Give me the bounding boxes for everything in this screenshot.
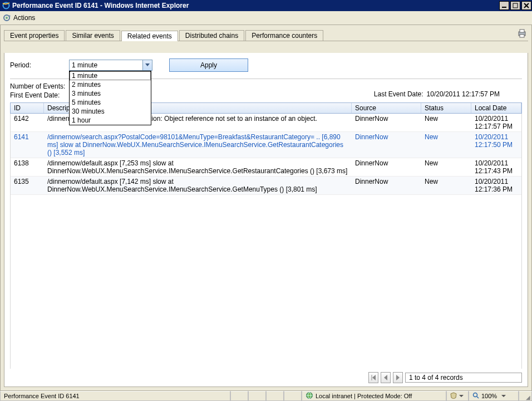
- period-dropdown[interactable]: 1 minute 2 minutes 3 minutes 5 minutes 3…: [69, 71, 151, 125]
- pager-first-button[interactable]: [368, 372, 378, 383]
- period-option[interactable]: 30 minutes: [70, 107, 151, 116]
- status-gap: [284, 391, 302, 401]
- resize-grip[interactable]: ◢: [519, 391, 532, 401]
- grip-icon: ◢: [526, 396, 530, 399]
- chevron-down-icon: [501, 395, 506, 397]
- grid-body: 6142/dinnernow... .NullReferenceExceptio…: [10, 114, 522, 369]
- actions-bar: Actions: [0, 11, 532, 25]
- cell-local-date: 10/20/201112:17:57 PM: [471, 114, 521, 131]
- cell-source: DinnerNow: [352, 177, 421, 187]
- table-row[interactable]: 6138/dinnernow/default.aspx [7,253 ms] s…: [11, 158, 521, 177]
- cell-source: DinnerNow: [352, 158, 421, 168]
- last-event-date-value: 10/20/2011 12:17:57 PM: [427, 90, 500, 98]
- print-icon[interactable]: [517, 28, 527, 40]
- col-stat-header[interactable]: Status: [421, 103, 471, 113]
- statusbar: Performance Event ID 6141 Local intranet…: [0, 391, 532, 401]
- ie-icon: [2, 2, 10, 9]
- close-button[interactable]: [521, 1, 531, 10]
- pager-text-value: 1 to 4 of 4 records: [409, 374, 463, 382]
- shield-icon: [450, 392, 457, 400]
- status-zoom-text: 100%: [481, 393, 497, 399]
- cell-local-date: 10/20/201112:17:50 PM: [471, 132, 521, 150]
- filter-row: Period: 1 minute 1 minute 2 minutes 3 mi…: [10, 58, 522, 72]
- cell-id: 6142: [11, 114, 44, 124]
- period-combo[interactable]: 1 minute: [69, 60, 152, 71]
- cell-local-date: 10/20/201112:17:43 PM: [471, 158, 521, 176]
- tab-label: Distributed chains: [185, 32, 238, 40]
- status-gap: [248, 391, 266, 401]
- chevron-down-icon: [459, 395, 464, 397]
- table-row[interactable]: 6141/dinnernow/search.aspx?PostalCode=98…: [11, 132, 521, 158]
- window-title: Performance Event ID 6141 - Windows Inte…: [12, 2, 189, 9]
- status-page-title-text: Performance Event ID 6141: [4, 393, 80, 399]
- cell-status: New: [421, 177, 471, 187]
- gear-refresh-icon: [2, 13, 11, 22]
- last-event-date-label: Last Event Date:: [374, 90, 423, 98]
- magnify-icon: [472, 392, 479, 400]
- events-grid: ID Descripti Source Status Local Date 61…: [10, 102, 522, 369]
- cell-id: 6135: [11, 177, 44, 187]
- period-option[interactable]: 2 minutes: [70, 80, 151, 89]
- status-zone-text: Local intranet | Protected Mode: Off: [316, 393, 412, 399]
- cell-id: 6141: [11, 132, 44, 142]
- status-security-zone[interactable]: Local intranet | Protected Mode: Off: [302, 391, 446, 401]
- status-protected-toggle[interactable]: [446, 391, 469, 401]
- cell-status: New: [421, 132, 471, 142]
- maximize-button[interactable]: [510, 1, 520, 10]
- pager-text: 1 to 4 of 4 records: [405, 373, 522, 383]
- actions-label[interactable]: Actions: [13, 14, 35, 22]
- num-events-label: Number of Events:: [10, 82, 65, 90]
- window-titlebar: Performance Event ID 6141 - Windows Inte…: [0, 0, 532, 11]
- window-buttons: [499, 0, 532, 11]
- svg-rect-2: [513, 3, 518, 8]
- pager-next-button[interactable]: [393, 372, 403, 383]
- cell-source: DinnerNow: [352, 114, 421, 124]
- period-option[interactable]: 5 minutes: [70, 98, 151, 107]
- apply-label: Apply: [200, 61, 217, 69]
- tab-related-events[interactable]: Related events: [121, 31, 178, 41]
- minimize-button[interactable]: [499, 1, 509, 10]
- cell-description[interactable]: /dinnernow/search.aspx?PostalCode=98101&…: [44, 132, 352, 158]
- svg-point-7: [6, 17, 8, 19]
- pager: 1 to 4 of 4 records: [10, 369, 522, 383]
- tab-label: Event properties: [10, 32, 58, 40]
- cell-source: DinnerNow: [352, 132, 421, 142]
- globe-icon: [306, 392, 313, 400]
- period-option[interactable]: 3 minutes: [70, 89, 151, 98]
- cell-local-date: 10/20/201112:17:36 PM: [471, 177, 521, 194]
- first-event-date-label: First Event Date:: [10, 91, 65, 99]
- svg-line-20: [477, 397, 479, 398]
- tabstrip: Event properties Similar events Related …: [4, 28, 528, 41]
- tab-distributed-chains[interactable]: Distributed chains: [179, 30, 244, 41]
- period-option[interactable]: 1 minute: [70, 71, 151, 80]
- period-label: Period:: [10, 61, 31, 69]
- tab-label: Performance counters: [252, 32, 317, 40]
- status-zoom[interactable]: 100%: [469, 391, 519, 401]
- table-row[interactable]: 6135/dinnernow/default.aspx [7,142 ms] s…: [11, 177, 521, 195]
- status-gap: [266, 391, 284, 401]
- status-page-title: Performance Event ID 6141: [0, 391, 230, 401]
- svg-marker-13: [372, 375, 376, 380]
- cell-status: New: [421, 114, 471, 124]
- tab-similar-events[interactable]: Similar events: [66, 30, 120, 41]
- tab-event-properties[interactable]: Event properties: [4, 30, 65, 41]
- cell-status: New: [421, 158, 471, 168]
- col-src-header[interactable]: Source: [352, 103, 421, 113]
- cell-description: /dinnernow/default.aspx [7,142 ms] slow …: [44, 177, 352, 194]
- chevron-down-icon[interactable]: [142, 60, 152, 70]
- svg-marker-15: [396, 375, 400, 380]
- tab-label: Related events: [127, 32, 172, 40]
- tab-performance-counters[interactable]: Performance counters: [245, 30, 323, 41]
- svg-marker-11: [145, 63, 150, 66]
- svg-rect-10: [520, 35, 524, 37]
- pager-prev-button[interactable]: [381, 372, 391, 383]
- status-gap: [230, 391, 248, 401]
- content-area: Event properties Similar events Related …: [0, 25, 532, 391]
- col-date-header[interactable]: Local Date: [471, 103, 521, 113]
- apply-button[interactable]: Apply: [169, 58, 248, 72]
- col-id-header[interactable]: ID: [11, 103, 44, 113]
- period-selected: 1 minute: [70, 61, 142, 69]
- cell-description: /dinnernow/default.aspx [7,253 ms] slow …: [44, 158, 352, 176]
- period-option[interactable]: 1 hour: [70, 116, 151, 125]
- period-combo-wrap: 1 minute 1 minute 2 minutes 3 minutes 5 …: [69, 60, 152, 71]
